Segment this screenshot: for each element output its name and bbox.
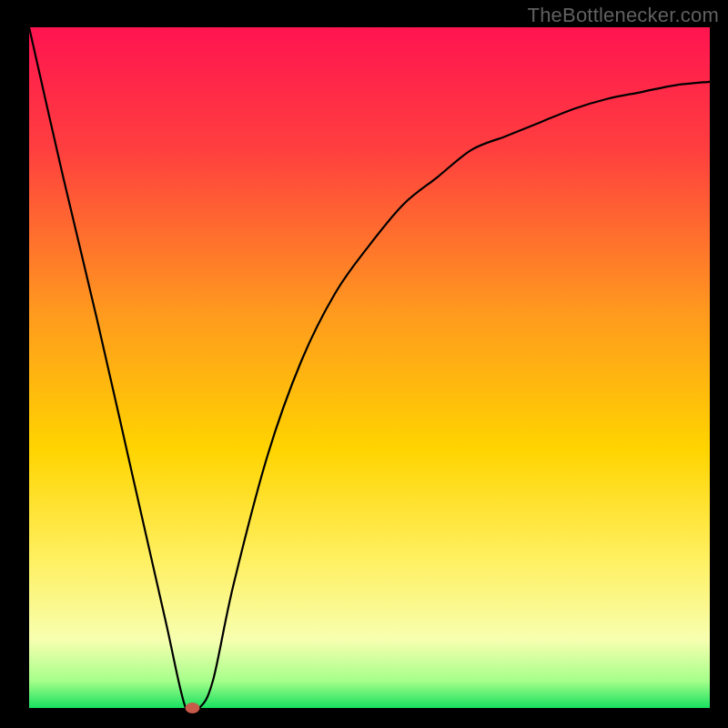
bottleneck-chart	[0, 0, 728, 728]
chart-container: TheBottlenecker.com	[0, 0, 728, 728]
minimum-marker	[186, 703, 200, 713]
plot-area	[29, 27, 710, 708]
attribution-text: TheBottlenecker.com	[528, 4, 719, 27]
